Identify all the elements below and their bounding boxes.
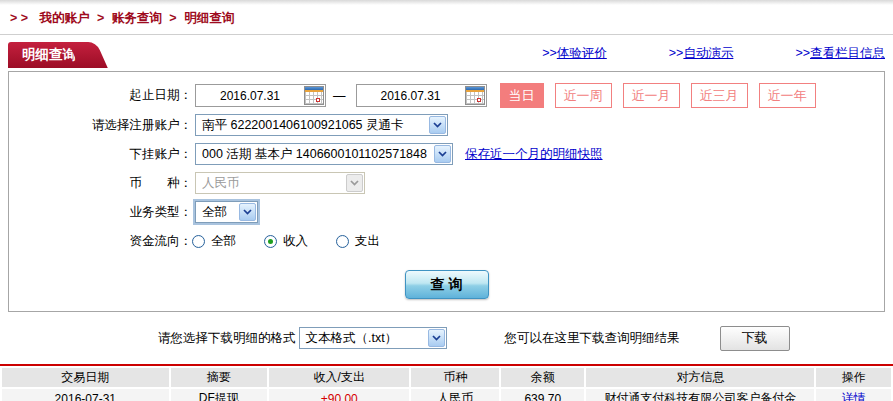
date-range-label: 起止日期： [9,87,192,104]
registered-account-select[interactable]: 南平 6222001406100921065 灵通卡 [195,114,448,136]
download-format-value: 文本格式（.txt） [306,330,398,347]
breadcrumb-item-account-query[interactable]: 账务查询 [112,11,162,25]
currency-value: 人民币 [202,175,240,192]
fund-flow-radio-income[interactable]: 收入 [264,233,308,250]
top-links: >>体验评价 >>自动演示 >>查看栏目信息 [480,42,893,62]
download-hint-text: 您可以在这里下载查询明细结果 [505,330,680,347]
dropdown-arrow-icon [346,174,363,192]
fund-flow-income-label: 收入 [283,233,308,250]
quick-range-today-button[interactable]: 当日 [500,83,544,108]
start-date-field[interactable]: 2016.07.31 [195,84,326,107]
fund-flow-expense-label: 支出 [355,233,380,250]
cell-amount: +90.00 [269,389,409,401]
transaction-table: 交易日期 摘要 收入/支出 币种 余额 对方信息 操作 2016-07-31 D… [0,366,893,401]
tab-row: 明细查询 >>体验评价 >>自动演示 >>查看栏目信息 [0,42,893,68]
table-row: 2016-07-31 DF提现 +90.00 人民币 639.70 财付通支付科… [2,389,891,401]
header-counterparty: 对方信息 [586,368,814,387]
start-date-value[interactable]: 2016.07.31 [196,89,304,103]
tab-detail-query[interactable]: 明细查询 [8,42,86,68]
cell-trade-date: 2016-07-31 [2,389,169,401]
calendar-icon-grid [305,92,323,104]
download-format-label: 请您选择下载明细的格式 [158,330,296,347]
table-header-row: 交易日期 摘要 收入/支出 币种 余额 对方信息 操作 [2,368,891,387]
radio-icon[interactable] [192,235,205,248]
link-auto-demo[interactable]: >>自动演示 [669,45,734,62]
save-snapshot-link[interactable]: 保存近一个月的明细快照 [465,146,603,163]
date-range-dash: — [333,89,346,103]
end-date-field[interactable]: 2016.07.31 [356,84,487,107]
header-trade-date: 交易日期 [2,368,169,387]
download-row: 请您选择下载明细的格式 文本格式（.txt） 您可以在这里下载查询明细结果 下载 [158,325,893,351]
header-operation: 操作 [816,368,891,387]
quick-range-week-button[interactable]: 近一周 [555,83,612,108]
fund-flow-row: 资金流向： 全部 收入 支出 [9,229,884,253]
experience-rating-link[interactable]: 体验评价 [557,46,607,60]
breadcrumb-divider [0,34,893,35]
sub-account-label: 下挂账户： [9,146,192,163]
header-currency: 币种 [411,368,499,387]
business-type-value: 全部 [202,204,227,221]
cell-counterparty: 财付通支付科技有限公司客户备付金 [586,389,814,401]
cell-balance: 639.70 [501,389,584,401]
link-prefix: >> [669,46,684,60]
query-button[interactable]: 查 询 [405,270,489,299]
cell-currency: 人民币 [411,389,499,401]
registered-account-row: 请选择注册账户： 南平 6222001406100921065 灵通卡 [9,113,884,137]
registered-account-value: 南平 6222001406100921065 灵通卡 [202,117,404,134]
calendar-icon-day-marker [316,98,320,102]
sub-account-value: 000 活期 基本户 1406600101102571848 [202,146,427,163]
link-prefix: >> [542,46,557,60]
breadcrumb-item-my-account[interactable]: 我的账户 [40,11,90,25]
end-date-value[interactable]: 2016.07.31 [357,89,465,103]
download-button[interactable]: 下载 [720,326,790,351]
fund-flow-radio-expense[interactable]: 支出 [336,233,380,250]
breadcrumb-item-detail-query[interactable]: 明细查询 [184,11,234,25]
fund-flow-radio-all[interactable]: 全部 [192,233,236,250]
breadcrumb-separator: > [97,11,104,25]
business-type-row: 业务类型： 全部 [9,200,884,224]
header-summary: 摘要 [171,368,267,387]
quick-range-month-button[interactable]: 近一月 [623,83,680,108]
dropdown-arrow-icon[interactable] [428,329,445,347]
detail-link[interactable]: 详情 [842,391,866,401]
sub-account-row: 下挂账户： 000 活期 基本户 1406600101102571848 保存近… [9,142,884,166]
query-form-panel: 起止日期： 2016.07.31 — 2016.07.31 当日 近一周 近一月… [8,71,885,312]
cell-operation: 详情 [816,389,891,401]
registered-account-label: 请选择注册账户： [9,117,192,134]
cell-summary: DF提现 [171,389,267,401]
auto-demo-link[interactable]: 自动演示 [683,46,733,60]
header-income-expense: 收入/支出 [269,368,409,387]
quick-range-buttons: 当日 近一周 近一月 近三月 近一年 [500,83,827,108]
currency-label: 币 种： [9,175,192,192]
link-view-column-info[interactable]: >>查看栏目信息 [795,45,885,62]
header-balance: 余额 [501,368,584,387]
download-format-select[interactable]: 文本格式（.txt） [299,327,447,349]
dropdown-arrow-icon[interactable] [239,203,256,221]
calendar-icon[interactable] [304,86,324,105]
calendar-icon[interactable] [465,86,485,105]
radio-icon[interactable] [336,235,349,248]
quick-range-year-button[interactable]: 近一年 [759,83,816,108]
dropdown-arrow-icon[interactable] [429,116,446,134]
business-type-label: 业务类型： [9,204,192,221]
fund-flow-all-label: 全部 [211,233,236,250]
breadcrumb-prefix: > > [10,11,28,25]
calendar-icon-day-marker [477,98,481,102]
fund-flow-options: 全部 收入 支出 [192,233,408,250]
quick-range-3months-button[interactable]: 近三月 [691,83,748,108]
breadcrumb-separator: > [169,11,176,25]
breadcrumb: > > 我的账户 > 账务查询 > 明细查询 [0,5,893,27]
sub-account-select[interactable]: 000 活期 基本户 1406600101102571848 [195,143,453,165]
link-experience-rating[interactable]: >>体验评价 [542,45,607,62]
radio-icon[interactable] [264,235,277,248]
fund-flow-label: 资金流向： [9,233,192,250]
currency-row: 币 种： 人民币 [9,171,884,195]
business-type-select[interactable]: 全部 [195,201,258,223]
date-range-row: 起止日期： 2016.07.31 — 2016.07.31 当日 近一周 近一月… [9,83,884,108]
dropdown-arrow-icon[interactable] [434,145,451,163]
currency-select: 人民币 [195,172,365,194]
view-column-info-link[interactable]: 查看栏目信息 [810,46,885,60]
calendar-icon-grid [466,92,484,104]
link-prefix: >> [795,46,810,60]
